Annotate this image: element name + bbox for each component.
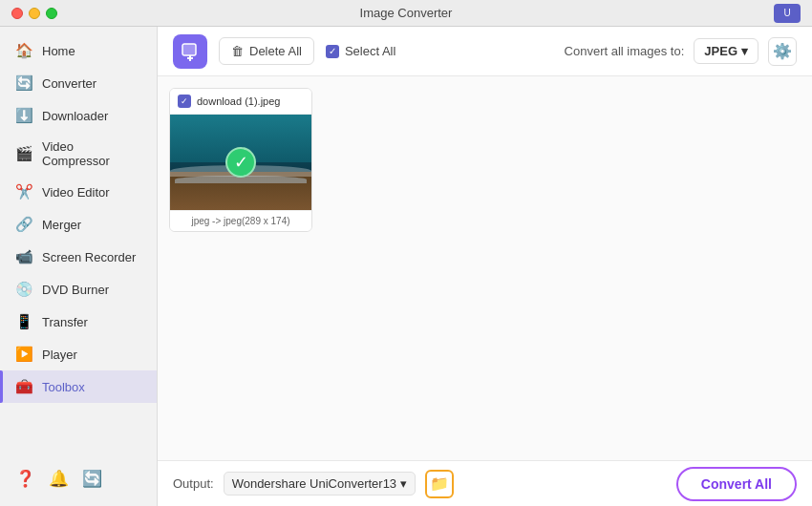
feedback-icon[interactable]: 🔄 xyxy=(82,469,102,489)
sidebar: 🏠 Home 🔄 Converter ⬇️ Downloader 🎬 Video… xyxy=(0,27,158,506)
minimize-button[interactable] xyxy=(29,8,40,19)
transfer-icon: 📱 xyxy=(15,313,32,330)
sidebar-item-screen-recorder[interactable]: 📹 Screen Recorder xyxy=(0,241,157,273)
converter-icon: 🔄 xyxy=(15,74,32,92)
file-card-header: ✓ download (1).jpeg xyxy=(170,89,311,115)
sidebar-label-player: Player xyxy=(42,348,77,362)
file-name: download (1).jpeg xyxy=(197,95,280,107)
sidebar-item-player[interactable]: ▶️ Player xyxy=(0,338,157,370)
chevron-down-icon: ▾ xyxy=(400,476,407,491)
chevron-down-icon: ▾ xyxy=(741,44,748,58)
add-icon xyxy=(181,42,200,61)
sidebar-item-converter[interactable]: 🔄 Converter xyxy=(0,67,157,99)
convert-to-label: Convert all images to: xyxy=(565,44,685,58)
merger-icon: 🔗 xyxy=(15,216,32,233)
help-icon[interactable]: ❓ xyxy=(15,469,35,489)
toolbox-icon: 🧰 xyxy=(15,378,32,395)
sidebar-label-dvd-burner: DVD Burner xyxy=(42,283,109,297)
dvd-burner-icon: 💿 xyxy=(15,281,32,298)
sidebar-label-converter: Converter xyxy=(42,76,96,91)
sidebar-item-merger[interactable]: 🔗 Merger xyxy=(0,208,157,241)
svg-rect-0 xyxy=(182,44,196,55)
notifications-icon[interactable]: 🔔 xyxy=(49,469,69,489)
window-title: Image Converter xyxy=(360,6,453,20)
gear-icon: ⚙️ xyxy=(773,42,792,60)
toolbar: 🗑 Delete All ✓ Select All Convert all im… xyxy=(158,27,812,76)
sidebar-label-downloader: Downloader xyxy=(42,109,108,123)
screen-recorder-icon: 📹 xyxy=(15,248,32,265)
sidebar-item-dvd-burner[interactable]: 💿 DVD Burner xyxy=(0,273,157,306)
sidebar-item-transfer[interactable]: 📱 Transfer xyxy=(0,306,157,338)
bottom-bar: Output: Wondershare UniConverter13 ▾ 📁 C… xyxy=(158,460,812,506)
file-thumbnail: ✓ xyxy=(170,115,311,210)
select-all-checkbox[interactable]: ✓ xyxy=(326,45,339,58)
traffic-lights xyxy=(11,8,57,19)
file-conversion-info: jpeg -> jpeg(289 x 174) xyxy=(191,216,289,226)
settings-button[interactable]: ⚙️ xyxy=(768,37,797,66)
sidebar-item-video-editor[interactable]: ✂️ Video Editor xyxy=(0,176,157,208)
maximize-button[interactable] xyxy=(46,8,57,19)
file-checkbox[interactable]: ✓ xyxy=(178,95,191,108)
sidebar-label-home: Home xyxy=(42,44,75,58)
selected-format: JPEG xyxy=(704,44,737,58)
add-files-button[interactable] xyxy=(173,34,207,69)
close-button[interactable] xyxy=(11,8,23,19)
file-card-footer: jpeg -> jpeg(289 x 174) xyxy=(170,210,311,231)
sidebar-label-merger: Merger xyxy=(42,218,81,232)
sidebar-label-video-compressor: Video Compressor xyxy=(42,139,141,168)
output-label: Output: xyxy=(173,476,214,491)
file-thumb-overlay: ✓ xyxy=(170,115,311,210)
format-select-dropdown[interactable]: JPEG ▾ xyxy=(694,38,759,64)
sidebar-label-transfer: Transfer xyxy=(42,315,88,329)
file-list-area: ✓ download (1).jpeg ✓ xyxy=(158,76,812,460)
delete-all-label: Delete All xyxy=(249,44,302,58)
sidebar-item-home[interactable]: 🏠 Home xyxy=(0,34,157,67)
sidebar-item-video-compressor[interactable]: 🎬 Video Compressor xyxy=(0,132,157,176)
toolbar-right: Convert all images to: JPEG ▾ ⚙️ xyxy=(565,37,797,66)
convert-all-button[interactable]: Convert All xyxy=(676,467,797,501)
app-icon: U xyxy=(774,4,801,23)
sidebar-item-downloader[interactable]: ⬇️ Downloader xyxy=(0,99,157,132)
file-card[interactable]: ✓ download (1).jpeg ✓ xyxy=(169,88,312,232)
video-editor-icon: ✂️ xyxy=(15,183,32,200)
sidebar-label-screen-recorder: Screen Recorder xyxy=(42,250,136,264)
folder-icon: 📁 xyxy=(430,474,449,493)
sidebar-label-toolbox: Toolbox xyxy=(42,380,85,394)
delete-all-button[interactable]: 🗑 Delete All xyxy=(219,37,314,65)
sidebar-bottom: ❓ 🔔 🔄 xyxy=(0,459,157,498)
content-area: 🗑 Delete All ✓ Select All Convert all im… xyxy=(158,27,812,506)
output-path-text: Wondershare UniConverter13 xyxy=(232,476,396,491)
sidebar-label-video-editor: Video Editor xyxy=(42,185,110,200)
file-check-circle: ✓ xyxy=(225,147,256,178)
open-folder-button[interactable]: 📁 xyxy=(425,470,454,498)
select-all-label: Select All xyxy=(345,44,395,58)
select-all-button[interactable]: ✓ Select All xyxy=(326,44,395,58)
sidebar-item-toolbox[interactable]: 🧰 Toolbox xyxy=(0,370,157,403)
output-path-selector[interactable]: Wondershare UniConverter13 ▾ xyxy=(224,472,416,495)
main-layout: 🏠 Home 🔄 Converter ⬇️ Downloader 🎬 Video… xyxy=(0,27,812,506)
video-compressor-icon: 🎬 xyxy=(15,145,32,162)
downloader-icon: ⬇️ xyxy=(15,107,32,124)
title-bar: Image Converter U xyxy=(0,0,812,27)
home-icon: 🏠 xyxy=(15,42,32,59)
player-icon: ▶️ xyxy=(15,346,32,363)
delete-icon: 🗑 xyxy=(231,44,244,58)
